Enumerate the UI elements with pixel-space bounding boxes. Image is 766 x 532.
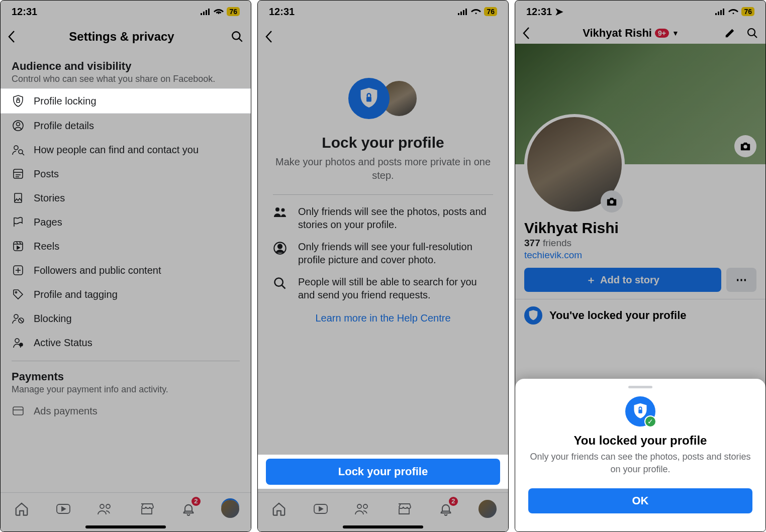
followers-icon — [12, 264, 25, 277]
divider — [12, 361, 240, 361]
svg-rect-0 — [201, 13, 202, 15]
svg-line-11 — [22, 153, 24, 155]
block-icon — [12, 312, 25, 325]
svg-point-40 — [281, 208, 285, 212]
page-title: Settings & privacy — [19, 30, 225, 44]
item-label: Profile and tagging — [34, 289, 118, 300]
edit-button[interactable] — [724, 28, 735, 39]
profile-actions: ＋ Add to story ⋯ — [524, 268, 756, 292]
svg-rect-56 — [638, 410, 642, 414]
section-title: Audience and visibility — [12, 60, 240, 73]
item-label: Profile locking — [34, 95, 97, 107]
tab-menu[interactable] — [477, 499, 498, 519]
add-story-button[interactable]: ＋ Add to story — [524, 268, 721, 292]
search-icon — [273, 275, 289, 301]
ok-wrap: OK — [525, 485, 755, 516]
header-badge: 9+ — [655, 29, 669, 38]
item-blocking[interactable]: Blocking — [1, 306, 251, 331]
svg-rect-49 — [718, 12, 719, 15]
svg-point-9 — [14, 146, 18, 150]
tab-notifications[interactable]: 2 — [178, 499, 199, 519]
tab-friends[interactable] — [352, 499, 372, 519]
tab-watch[interactable] — [53, 499, 73, 519]
status-bar: 12:31 76 — [1, 1, 251, 23]
search-button[interactable] — [231, 30, 244, 43]
tab-marketplace[interactable] — [137, 499, 157, 519]
learn-more-link[interactable]: Learn more in the Help Centre — [315, 312, 450, 324]
item-find-contact[interactable]: How people can find and contact you — [1, 138, 251, 162]
status-right: 76 — [201, 7, 240, 16]
search-button[interactable] — [746, 27, 758, 39]
more-button[interactable]: ⋯ — [726, 268, 756, 292]
back-button[interactable] — [265, 30, 280, 43]
item-label: Ads payments — [34, 405, 98, 417]
svg-rect-29 — [13, 407, 23, 415]
edit-cover-button[interactable] — [734, 135, 756, 157]
wifi-icon — [214, 8, 224, 15]
svg-rect-6 — [17, 100, 20, 102]
item-ads-payments[interactable]: Ads payments — [1, 399, 251, 423]
header: Settings & privacy — [1, 23, 251, 51]
tab-home[interactable] — [269, 499, 289, 519]
item-profile-tagging[interactable]: Profile and tagging — [1, 282, 251, 306]
lock-title: Lock your profile — [322, 134, 444, 151]
ok-button[interactable]: OK — [528, 488, 752, 513]
item-reels[interactable]: Reels — [1, 234, 251, 258]
lock-button-wrap: Lock your profile — [258, 455, 508, 489]
svg-point-42 — [278, 244, 282, 248]
friend-count[interactable]: 377 friends — [524, 238, 756, 249]
sheet-title: You locked your profile — [525, 434, 755, 448]
sheet-handle[interactable] — [628, 386, 652, 388]
item-active-status[interactable]: Active Status — [1, 331, 251, 355]
edit-profile-picture-button[interactable] — [601, 190, 623, 212]
profile-website-link[interactable]: techievik.com — [524, 250, 756, 261]
status-right: 76 — [715, 7, 754, 16]
profile-icon — [273, 240, 289, 266]
tab-marketplace[interactable] — [394, 499, 414, 519]
profile-name: Vikhyat Rishi — [524, 220, 756, 237]
svg-point-23 — [16, 292, 17, 293]
info-text: People will still be able to search for … — [298, 275, 493, 301]
tab-home[interactable] — [12, 499, 32, 519]
people-icon — [273, 205, 289, 231]
section-header-audience: Audience and visibility Control who can … — [1, 51, 251, 88]
info-search: People will still be able to search for … — [273, 275, 493, 301]
item-followers[interactable]: Followers and public content — [1, 258, 251, 282]
reels-icon — [12, 240, 25, 253]
svg-point-39 — [275, 207, 279, 211]
signal-icon — [458, 8, 468, 15]
item-profile-locking[interactable]: Profile locking — [1, 88, 251, 114]
lock-profile-button[interactable]: Lock your profile — [266, 459, 500, 485]
item-stories[interactable]: Stories — [1, 186, 251, 210]
header-name[interactable]: Vikhyat Rishi 9+ ▼ — [542, 27, 719, 40]
info-text: Only friends will see your full-resoluti… — [298, 240, 493, 266]
item-label: Stories — [34, 192, 65, 204]
svg-rect-1 — [203, 12, 205, 15]
tab-menu[interactable] — [220, 499, 240, 519]
tab-friends[interactable] — [95, 499, 115, 519]
item-profile-details[interactable]: Profile details — [1, 114, 251, 138]
back-button[interactable] — [522, 27, 537, 40]
wifi-icon — [728, 8, 738, 15]
posts-icon — [12, 167, 25, 180]
section-header-payments: Payments Manage your payment info and ac… — [1, 367, 251, 399]
tab-bar: 2 — [1, 492, 251, 531]
profile-hero — [515, 44, 765, 164]
chevron-down-icon: ▼ — [672, 29, 679, 37]
sheet-subtitle: Only your friends can see the photos, po… — [525, 451, 755, 475]
profile-info: Vikhyat Rishi 377 friends techievik.com … — [515, 220, 765, 292]
item-label: Followers and public content — [34, 265, 161, 276]
svg-rect-34 — [458, 13, 459, 15]
item-label: Posts — [34, 168, 59, 180]
tab-watch[interactable] — [311, 499, 331, 519]
tab-notifications[interactable]: 2 — [436, 499, 456, 519]
svg-rect-48 — [715, 13, 717, 15]
item-posts[interactable]: Posts — [1, 162, 251, 186]
item-pages[interactable]: Pages — [1, 210, 251, 234]
svg-line-44 — [282, 285, 285, 289]
signal-icon — [715, 8, 725, 15]
stories-icon — [12, 191, 25, 204]
locked-banner[interactable]: You've locked your profile — [515, 299, 765, 332]
profile-picture-wrap — [524, 114, 625, 215]
item-label: Reels — [34, 241, 59, 252]
